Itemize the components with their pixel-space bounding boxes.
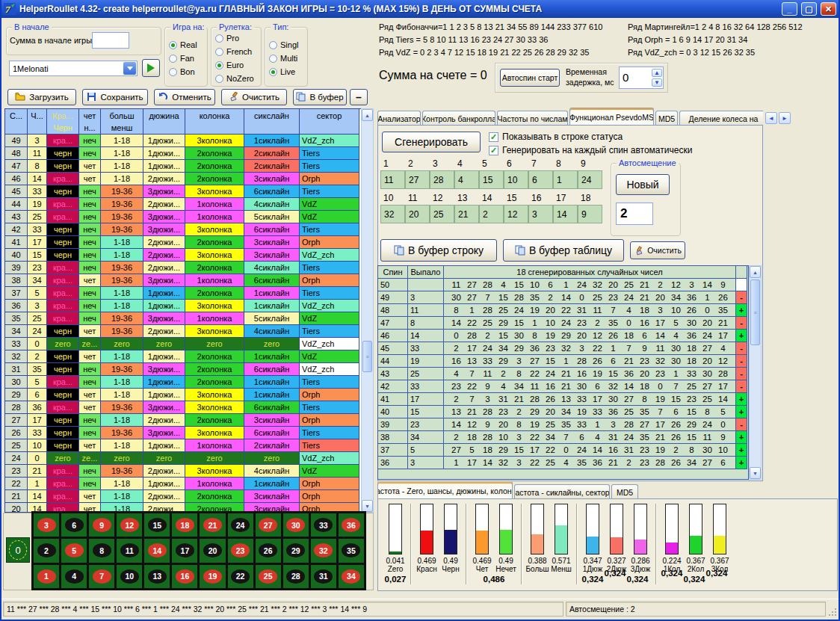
history-header-cell[interactable]: менш [101,122,143,135]
history-header-cell[interactable] [185,122,244,135]
spinner-down-icon[interactable]: ▼ [652,78,662,87]
history-row[interactable]: 322чернчет1-181дюжи...2колонка1сиклайнVd… [5,350,361,363]
roulette-zero-cell[interactable]: 0 [6,537,30,563]
resize-grip[interactable] [828,608,837,617]
to-buffer-button[interactable]: В буфер [293,89,347,105]
history-header-cell[interactable]: сектор [300,109,359,122]
grid-number-cell[interactable]: 6 [528,170,553,189]
radio-option-real[interactable]: Real [169,40,197,49]
gen-table-row[interactable]: 3834218281032234764312435212615119+ [378,431,748,444]
history-row[interactable]: 4533черннеч19-363дюжи...3колонка6сиклайн… [5,185,361,198]
gen-table-row[interactable]: 37527518291517220241416312319283010+ [378,444,748,457]
history-row[interactable]: 2836кра...чет19-363дюжи...3колонка6сикла… [5,401,361,414]
tab-main-1[interactable]: Анализатор [377,111,421,126]
grid-number-cell[interactable]: 20 [405,205,430,223]
history-header-cell[interactable]: дюжина [143,109,185,122]
gen-table-row[interactable]: 50112728415106124322025212123149 [378,279,748,291]
grid-number-cell[interactable]: 24 [578,170,602,189]
roulette-cell-28[interactable]: 28 [283,565,309,588]
roulette-cell-31[interactable]: 31 [311,565,336,588]
history-header-cell[interactable] [300,122,359,135]
roulette-cell-15[interactable]: 15 [144,513,170,537]
buffer-row-button[interactable]: В буфер строку [380,239,497,262]
grid-number-cell[interactable]: 25 [430,205,454,223]
gen-table-row[interactable]: 42332322943411162130632141807252717- [378,380,748,393]
roulette-cell-11[interactable]: 11 [117,539,142,562]
roulette-cell-36[interactable]: 36 [339,513,364,537]
history-row[interactable]: 4233черннеч19-363дюжи...3колонка6сиклайн… [5,223,361,236]
start-sum-input[interactable] [92,32,129,49]
roulette-cell-21[interactable]: 21 [200,513,225,537]
history-header-cell[interactable] [244,122,300,135]
history-row[interactable]: 4015черннеч1-182дюжи...3колонка3сиклайнV… [5,249,361,262]
history-header-cell[interactable]: Кра... [47,109,79,122]
delay-spinner[interactable]: 0 ▲ ▼ [619,67,664,89]
radio-option-euro[interactable]: Euro [215,61,244,69]
grid-number-cell[interactable]: 28 [430,170,454,189]
history-row[interactable]: 3525кра...неч19-363дюжи...1колонка5сикла… [5,312,361,325]
history-header-cell[interactable]: С... [5,109,28,122]
history-row[interactable]: 221кра...неч1-181дюжи...1колонка1сиклайн… [5,478,361,490]
autoshift-value-input[interactable] [616,203,653,225]
grid-number-cell[interactable]: 14 [553,205,578,223]
history-header-cell[interactable]: больш [101,109,143,122]
history-row[interactable]: 3135черннеч19-363дюжи...2колонка6сиклайн… [5,363,361,376]
grid-number-cell[interactable]: 21 [454,205,479,223]
roulette-cell-34[interactable]: 34 [339,565,364,588]
maximize-button[interactable]: ▢ [801,2,817,16]
history-header-cell[interactable]: колонка [185,109,244,122]
save-button[interactable]: Сохранить [82,89,148,105]
history-row[interactable]: 4614кра...чет1-182дюжи...2колонка3сиклай… [5,173,361,185]
roulette-cell-32[interactable]: 32 [311,539,336,562]
roulette-cell-20[interactable]: 20 [200,539,225,562]
history-row[interactable]: 4811черннеч1-181дюжи...2колонка2сиклайнT… [5,147,361,160]
roulette-cell-27[interactable]: 27 [256,513,281,537]
roulette-cell-16[interactable]: 16 [172,565,197,588]
load-button[interactable]: Загрузить [7,89,76,105]
grid-number-cell[interactable]: 1 [553,170,578,189]
history-header-cell[interactable]: Ч... [28,109,47,122]
roulette-cell-2[interactable]: 2 [34,539,59,562]
gen-table-row[interactable]: 411727331212826133317302781915232514+ [378,393,748,406]
radio-option-bon[interactable]: Bon [169,67,195,76]
play-button[interactable] [142,59,160,77]
history-row[interactable]: 2717черннеч1-182дюжи...2колонка3сиклайнO… [5,414,361,427]
history-row[interactable]: 493кра...неч1-181дюжи...3колонка1сиклайн… [5,135,361,147]
history-row[interactable]: 3834кра...чет19-363дюжи...1колонка6сикла… [5,274,361,287]
gen-table-row[interactable]: 3631171432322254353621223282634276+ [378,457,748,469]
grid-number-cell[interactable]: 12 [504,205,528,223]
roulette-cell-4[interactable]: 4 [61,565,87,588]
roulette-cell-3[interactable]: 3 [34,513,59,537]
history-header-cell[interactable] [143,122,185,135]
roulette-cell-12[interactable]: 12 [117,513,142,537]
buffer-table-button[interactable]: В буфер таблицу [503,239,624,262]
generate-button[interactable]: Сгенерировать [382,132,481,152]
gen-table-row[interactable]: 43254711282224211619153620231333028- [378,368,748,380]
grid-number-cell[interactable]: 15 [479,170,504,189]
radio-option-french[interactable]: French [215,47,252,56]
gen-table-row[interactable]: 47814222529151102423235016175302021- [378,317,748,330]
roulette-cell-35[interactable]: 35 [339,539,364,562]
roulette-cell-14[interactable]: 14 [144,539,170,562]
roulette-cell-5[interactable]: 5 [61,539,87,562]
history-row[interactable]: 2321кра...неч19-362дюжи...3колонка4сикла… [5,465,361,478]
roulette-cell-23[interactable]: 23 [228,539,253,562]
history-row[interactable]: 478чернчет1-181дюжи...2колонка2сиклайнTi… [5,160,361,173]
history-row[interactable]: 2510чернчет1-181дюжи...1колонка2сиклайнT… [5,439,361,452]
roulette-cell-9[interactable]: 9 [89,513,114,537]
clear-button[interactable]: Очистить [221,89,287,105]
radio-option-fan[interactable]: Fan [169,54,194,63]
roulette-cell-7[interactable]: 7 [89,565,114,588]
gen-table-row[interactable]: 4533217243429362332322179113018274- [378,342,748,355]
history-row[interactable]: 305кра...неч1-181дюжи...2колонка1сиклайн… [5,376,361,389]
history-row[interactable]: 3424чернчет19-362дюжи...3колонка4сиклайн… [5,325,361,338]
autoshift-new-button[interactable]: Новый [616,174,670,195]
tab-freq-3[interactable]: MD5 [611,484,638,499]
tab-scroll-right-icon[interactable]: ► [779,112,791,124]
clear-gen-button[interactable]: Очистить [630,241,685,259]
roulette-cell-29[interactable]: 29 [283,539,309,562]
history-row[interactable]: 330zeroze...zerozerozerozeroVdZ_zch [5,338,361,350]
roulette-cell-24[interactable]: 24 [228,513,253,537]
roulette-cell-1[interactable]: 1 [34,565,59,588]
history-header-cell[interactable]: н... [79,122,101,135]
